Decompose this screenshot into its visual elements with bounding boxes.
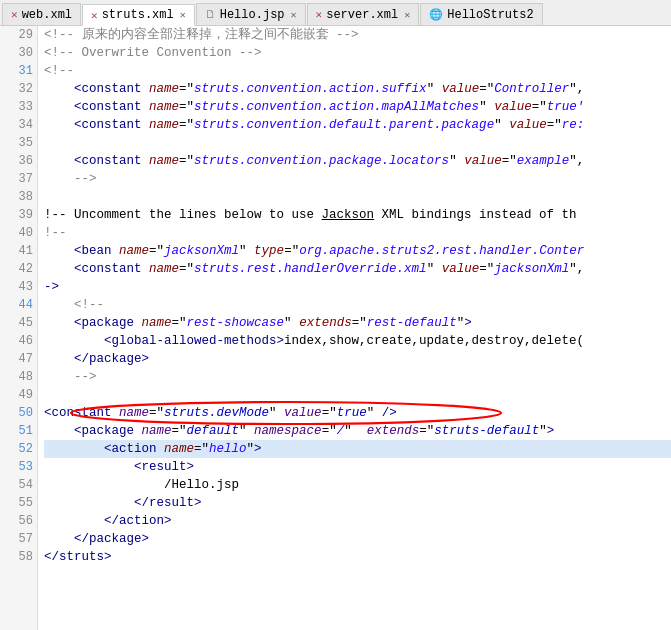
code-line-39: !-- Uncomment the lines below to use Jac… [44, 206, 671, 224]
tab-web-xml[interactable]: ✕ web.xml [2, 3, 81, 25]
ln-43: 43 [4, 278, 33, 296]
ln-57: 57 [4, 530, 33, 548]
ln-36: 36 [4, 152, 33, 170]
code-line-42: <constant name =" struts.rest.handlerOve… [44, 260, 671, 278]
code-line-49 [44, 386, 671, 404]
code-line-56: </action> [44, 512, 671, 530]
code-line-44: <!-- [44, 296, 671, 314]
tab-hello-jsp[interactable]: 🗋 Hello.jsp ✕ [196, 3, 306, 25]
ln-35: 35 [4, 134, 33, 152]
xml-icon: ✕ [316, 8, 323, 21]
web-icon: 🌐 [429, 8, 443, 21]
code-line-45: <package name =" rest-showcase " extends… [44, 314, 671, 332]
tab-close-server-xml[interactable]: ✕ [404, 9, 410, 21]
code-area: 29 30 31 32 33 34 35 36 37 38 39 40 41 4… [0, 26, 671, 630]
code-line-50: <constant name =" struts.devMode " value… [44, 404, 671, 422]
code-line-52: <action name =" hello " > [44, 440, 671, 458]
code-line-35 [44, 134, 671, 152]
code-line-40: !-- [44, 224, 671, 242]
code-line-58: </struts> [44, 548, 671, 566]
ln-31: 31 [4, 62, 33, 80]
ln-42: 42 [4, 260, 33, 278]
ln-39: 39 [4, 206, 33, 224]
ln-45: 45 [4, 314, 33, 332]
code-content: <!-- 原来的内容全部注释掉，注释之间不能嵌套 --> <!-- Overwr… [38, 26, 671, 566]
code-line-31: <!-- [44, 62, 671, 80]
ln-46: 46 [4, 332, 33, 350]
tab-bar: ✕ web.xml ✕ struts.xml ✕ 🗋 Hello.jsp ✕ ✕… [0, 0, 671, 26]
code-line-37: --> [44, 170, 671, 188]
tab-struts-xml[interactable]: ✕ struts.xml ✕ [82, 4, 195, 26]
ln-50: 50 [4, 404, 33, 422]
xml-icon: ✕ [91, 9, 98, 22]
code-line-41: <bean name =" jacksonXml " type =" org.a… [44, 242, 671, 260]
code-line-38 [44, 188, 671, 206]
ln-47: 47 [4, 350, 33, 368]
tab-close-hello-jsp[interactable]: ✕ [291, 9, 297, 21]
ln-52: 52 [4, 440, 33, 458]
code-line-48: --> [44, 368, 671, 386]
tab-label-hello-jsp: Hello.jsp [220, 8, 285, 22]
ln-37: 37 [4, 170, 33, 188]
code-line-33: <constant name =" struts.convention.acti… [44, 98, 671, 116]
code-line-32: <constant name =" struts.convention.acti… [44, 80, 671, 98]
tab-server-xml[interactable]: ✕ server.xml ✕ [307, 3, 420, 25]
code-line-34: <constant name =" struts.convention.defa… [44, 116, 671, 134]
ide-window: ✕ web.xml ✕ struts.xml ✕ 🗋 Hello.jsp ✕ ✕… [0, 0, 671, 630]
ln-56: 56 [4, 512, 33, 530]
code-line-55: </result> [44, 494, 671, 512]
xml-icon: ✕ [11, 8, 18, 21]
ln-38: 38 [4, 188, 33, 206]
code-line-54: /Hello.jsp [44, 476, 671, 494]
ln-58: 58 [4, 548, 33, 566]
tab-label-hellostruts2: HelloStruts2 [447, 8, 533, 22]
ln-48: 48 [4, 368, 33, 386]
tab-hellostruts2[interactable]: 🌐 HelloStruts2 [420, 3, 542, 25]
ln-54: 54 [4, 476, 33, 494]
code-line-36: <constant name =" struts.convention.pack… [44, 152, 671, 170]
ln-29: 29 [4, 26, 33, 44]
code-wrapper: <!-- 原来的内容全部注释掉，注释之间不能嵌套 --> <!-- Overwr… [38, 26, 671, 630]
ln-34: 34 [4, 116, 33, 134]
tab-label-web-xml: web.xml [22, 8, 72, 22]
code-line-53: <result> [44, 458, 671, 476]
tab-close-struts-xml[interactable]: ✕ [180, 9, 186, 21]
ln-55: 55 [4, 494, 33, 512]
ln-41: 41 [4, 242, 33, 260]
ln-40: 40 [4, 224, 33, 242]
code-line-57: </package> [44, 530, 671, 548]
code-line-51: <package name =" default " namespace =" … [44, 422, 671, 440]
comment-29: <!-- 原来的内容全部注释掉，注释之间不能嵌套 --> [44, 26, 359, 44]
code-line-47: </package> [44, 350, 671, 368]
code-line-46: <global-allowed-methods> index,show,crea… [44, 332, 671, 350]
line-numbers: 29 30 31 32 33 34 35 36 37 38 39 40 41 4… [0, 26, 38, 630]
ln-44: 44 [4, 296, 33, 314]
code-line-29: <!-- 原来的内容全部注释掉，注释之间不能嵌套 --> [44, 26, 671, 44]
comment-31: <!-- [44, 62, 74, 80]
comment-30: <!-- Overwrite Convention --> [44, 44, 262, 62]
ln-53: 53 [4, 458, 33, 476]
tab-label-server-xml: server.xml [326, 8, 398, 22]
ln-51: 51 [4, 422, 33, 440]
tab-label-struts-xml: struts.xml [102, 8, 174, 22]
ln-32: 32 [4, 80, 33, 98]
code-line-30: <!-- Overwrite Convention --> [44, 44, 671, 62]
jsp-icon: 🗋 [205, 8, 216, 21]
ln-30: 30 [4, 44, 33, 62]
ln-49: 49 [4, 386, 33, 404]
code-line-43: -> [44, 278, 671, 296]
ln-33: 33 [4, 98, 33, 116]
